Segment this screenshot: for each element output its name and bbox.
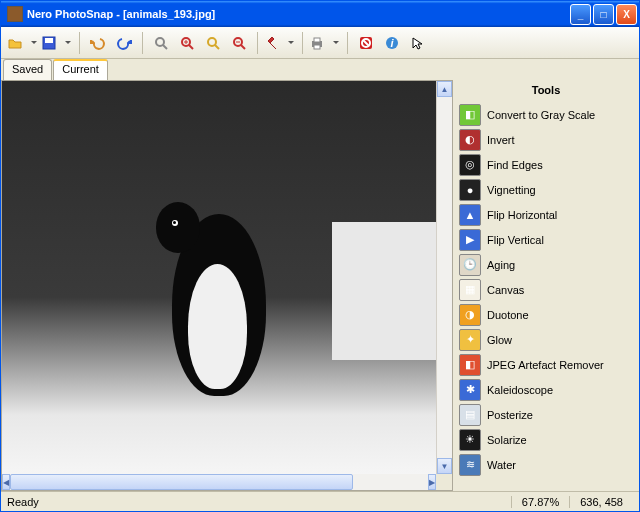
- svg-line-5: [189, 45, 193, 49]
- zoom-100-button[interactable]: [201, 31, 225, 55]
- canvas-icon: ▦: [459, 279, 481, 301]
- document-name: [animals_193.jpg]: [123, 8, 215, 20]
- undo-button[interactable]: [86, 31, 110, 55]
- svg-line-3: [163, 45, 167, 49]
- tool-label: Kaleidoscope: [487, 384, 553, 396]
- tool-item-water[interactable]: ≋Water: [457, 452, 635, 477]
- tool-item-glow[interactable]: ✦Glow: [457, 327, 635, 352]
- tool-item-flip-h[interactable]: ▲Flip Horizontal: [457, 202, 635, 227]
- scroll-down-button[interactable]: ▼: [437, 458, 452, 474]
- toolbar-separator: [79, 32, 80, 54]
- scroll-track[interactable]: [10, 474, 428, 490]
- tool-item-jpeg[interactable]: ◧JPEG Artefact Remover: [457, 352, 635, 377]
- help-button[interactable]: i: [380, 31, 404, 55]
- tool-item-gray[interactable]: ◧Convert to Gray Scale: [457, 102, 635, 127]
- status-coords: 636, 458: [569, 496, 633, 508]
- app-window: Nero PhotoSnap - [animals_193.jpg] _ □ X…: [0, 0, 640, 512]
- tool-item-aging[interactable]: 🕒Aging: [457, 252, 635, 277]
- tab-current[interactable]: Current: [53, 59, 108, 80]
- invert-icon: ◐: [459, 129, 481, 151]
- tab-bar: Saved Current: [1, 59, 639, 80]
- svg-line-9: [215, 45, 219, 49]
- main-body: ▲ ▼ ◀ ▶ Tools ◧Convert to Gray Scale◐Inv…: [1, 80, 639, 491]
- gray-icon: ◧: [459, 104, 481, 126]
- tool-item-find-edges[interactable]: ◎Find Edges: [457, 152, 635, 177]
- minimize-button[interactable]: _: [570, 4, 591, 25]
- status-text: Ready: [7, 496, 511, 508]
- duotone-icon: ◑: [459, 304, 481, 326]
- tool-label: Flip Vertical: [487, 234, 544, 246]
- kaleido-icon: ✱: [459, 379, 481, 401]
- open-button[interactable]: [7, 31, 39, 55]
- svg-point-8: [208, 38, 216, 46]
- tools-panel: Tools ◧Convert to Gray Scale◐Invert◎Find…: [453, 80, 639, 491]
- vignetting-icon: ●: [459, 179, 481, 201]
- app-icon: [7, 6, 23, 22]
- toolbar-separator: [142, 32, 143, 54]
- flip-h-icon: ▲: [459, 204, 481, 226]
- save-button[interactable]: [41, 31, 73, 55]
- toolbar-separator: [302, 32, 303, 54]
- canvas-area: ▲ ▼ ◀ ▶: [1, 80, 453, 491]
- tool-item-invert[interactable]: ◐Invert: [457, 127, 635, 152]
- tool-item-kaleido[interactable]: ✱Kaleidoscope: [457, 377, 635, 402]
- tool-label: Convert to Gray Scale: [487, 109, 595, 121]
- maximize-button[interactable]: □: [593, 4, 614, 25]
- svg-rect-15: [314, 45, 320, 49]
- tool-label: Posterize: [487, 409, 533, 421]
- scroll-right-button[interactable]: ▶: [428, 474, 436, 490]
- toolbar-separator: [347, 32, 348, 54]
- tool-item-flip-v[interactable]: ▶Flip Vertical: [457, 227, 635, 252]
- tool-label: Solarize: [487, 434, 527, 446]
- tool-label: Flip Horizontal: [487, 209, 557, 221]
- tool-label: Water: [487, 459, 516, 471]
- redo-button[interactable]: [112, 31, 136, 55]
- titlebar[interactable]: Nero PhotoSnap - [animals_193.jpg] _ □ X: [1, 1, 639, 27]
- image-viewport[interactable]: [2, 81, 436, 474]
- tool-item-solarize[interactable]: ☀Solarize: [457, 427, 635, 452]
- tool-item-canvas[interactable]: ▦Canvas: [457, 277, 635, 302]
- svg-line-11: [241, 45, 245, 49]
- window-buttons: _ □ X: [570, 4, 637, 25]
- glow-icon: ✦: [459, 329, 481, 351]
- tool-item-posterize[interactable]: ▤Posterize: [457, 402, 635, 427]
- zoom-out-button[interactable]: [227, 31, 251, 55]
- tool-label: Vignetting: [487, 184, 536, 196]
- stop-button[interactable]: [354, 31, 378, 55]
- horizontal-scrollbar[interactable]: ◀ ▶: [2, 474, 436, 490]
- flip-v-icon: ▶: [459, 229, 481, 251]
- scroll-thumb[interactable]: [10, 474, 353, 490]
- status-zoom: 67.87%: [511, 496, 569, 508]
- aging-icon: 🕒: [459, 254, 481, 276]
- scroll-left-button[interactable]: ◀: [2, 474, 10, 490]
- tool-label: Invert: [487, 134, 515, 146]
- tool-item-vignetting[interactable]: ●Vignetting: [457, 177, 635, 202]
- toolbar: i: [1, 27, 639, 59]
- vertical-scrollbar[interactable]: ▲ ▼: [436, 81, 452, 474]
- close-button[interactable]: X: [616, 4, 637, 25]
- tool-label: Find Edges: [487, 159, 543, 171]
- scroll-corner: [436, 474, 452, 490]
- tool-label: Canvas: [487, 284, 524, 296]
- scroll-track[interactable]: [437, 97, 452, 458]
- tool-label: JPEG Artefact Remover: [487, 359, 604, 371]
- scroll-up-button[interactable]: ▲: [437, 81, 452, 97]
- print-button[interactable]: [309, 31, 341, 55]
- water-icon: ≋: [459, 454, 481, 476]
- svg-rect-14: [314, 38, 320, 42]
- image-content: [2, 81, 436, 474]
- cursor-info-button[interactable]: [406, 31, 430, 55]
- zoom-in-button[interactable]: [175, 31, 199, 55]
- svg-point-2: [156, 38, 164, 46]
- tab-saved[interactable]: Saved: [3, 59, 52, 80]
- tools-panel-header: Tools: [453, 80, 639, 102]
- tool-list: ◧Convert to Gray Scale◐Invert◎Find Edges…: [453, 102, 639, 491]
- zoom-fit-button[interactable]: [149, 31, 173, 55]
- tools-button[interactable]: [264, 31, 296, 55]
- window-title: Nero PhotoSnap - [animals_193.jpg]: [27, 8, 570, 20]
- image-subject: [141, 191, 297, 419]
- tool-label: Aging: [487, 259, 515, 271]
- toolbar-separator: [257, 32, 258, 54]
- solarize-icon: ☀: [459, 429, 481, 451]
- tool-item-duotone[interactable]: ◑Duotone: [457, 302, 635, 327]
